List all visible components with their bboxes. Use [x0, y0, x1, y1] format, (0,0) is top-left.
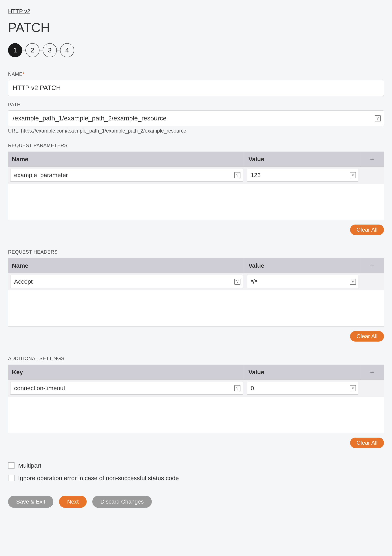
path-helper-text: URL: https://example.com/example_path_1/…	[8, 128, 384, 134]
step-2[interactable]: 2	[25, 43, 39, 57]
name-label: NAME*	[8, 71, 384, 77]
additional-settings-table: Key Value + V V	[8, 364, 384, 433]
request-headers-table: Name Value + V V	[8, 258, 384, 327]
path-helper-prefix: URL:	[8, 128, 21, 134]
step-connector	[57, 50, 60, 50]
discard-changes-button[interactable]: Discard Changes	[92, 496, 152, 508]
row-spacer	[360, 382, 384, 395]
add-setting-button[interactable]: +	[360, 365, 384, 380]
parameter-value-input[interactable]	[247, 169, 358, 182]
setting-key-input[interactable]	[10, 382, 243, 395]
breadcrumb-http-v2[interactable]: HTTP v2	[8, 8, 30, 14]
table-row: V V	[8, 167, 384, 184]
table-empty-area	[8, 290, 384, 326]
multipart-checkbox[interactable]	[8, 462, 15, 469]
variable-icon[interactable]: V	[350, 172, 356, 178]
add-header-button[interactable]: +	[360, 258, 384, 273]
step-3[interactable]: 3	[43, 43, 57, 57]
ignore-error-label: Ignore operation error in case of non-su…	[18, 475, 179, 482]
col-header-name: Name	[8, 152, 245, 167]
variable-icon[interactable]: V	[234, 385, 241, 391]
stepper: 1 2 3 4	[8, 43, 384, 57]
table-row: V V	[8, 273, 384, 290]
clear-all-parameters-button[interactable]: Clear All	[350, 224, 384, 235]
variable-icon[interactable]: V	[375, 116, 381, 122]
col-header-name: Name	[8, 258, 245, 273]
name-label-text: NAME	[8, 71, 22, 77]
ignore-error-checkbox[interactable]	[8, 475, 15, 481]
request-headers-label: REQUEST HEADERS	[8, 249, 384, 255]
header-name-input[interactable]	[10, 275, 243, 288]
variable-icon[interactable]: V	[234, 278, 241, 285]
step-connector	[39, 50, 43, 50]
multipart-label: Multipart	[18, 462, 41, 469]
path-helper-url: https://example.com/example_path_1/examp…	[21, 128, 186, 134]
required-marker: *	[22, 71, 24, 77]
clear-all-settings-button[interactable]: Clear All	[350, 438, 384, 448]
plus-icon: +	[370, 368, 374, 376]
additional-settings-label: ADDITIONAL SETTINGS	[8, 356, 384, 361]
request-parameters-table: Name Value + V V	[8, 152, 384, 220]
variable-icon[interactable]: V	[350, 385, 356, 391]
name-input[interactable]	[8, 80, 384, 96]
next-button[interactable]: Next	[59, 496, 87, 508]
plus-icon: +	[370, 155, 374, 163]
step-1[interactable]: 1	[8, 43, 22, 57]
parameter-name-input[interactable]	[10, 169, 243, 182]
table-empty-area	[8, 184, 384, 220]
step-4[interactable]: 4	[60, 43, 74, 57]
step-connector	[22, 50, 25, 50]
table-row: V V	[8, 380, 384, 397]
header-value-input[interactable]	[247, 275, 358, 288]
setting-value-input[interactable]	[247, 382, 358, 395]
col-header-value: Value	[245, 258, 360, 273]
add-parameter-button[interactable]: +	[360, 152, 384, 167]
col-header-value: Value	[245, 365, 360, 380]
path-input[interactable]	[8, 110, 384, 126]
col-header-value: Value	[245, 152, 360, 167]
row-spacer	[360, 169, 384, 182]
save-exit-button[interactable]: Save & Exit	[8, 496, 53, 508]
table-empty-area	[8, 397, 384, 433]
clear-all-headers-button[interactable]: Clear All	[350, 331, 384, 341]
request-parameters-label: REQUEST PARAMETERS	[8, 143, 384, 148]
plus-icon: +	[370, 262, 374, 270]
col-header-key: Key	[8, 365, 245, 380]
variable-icon[interactable]: V	[234, 172, 241, 178]
path-label: PATH	[8, 102, 384, 108]
variable-icon[interactable]: V	[350, 278, 356, 285]
row-spacer	[360, 275, 384, 288]
page-title: PATCH	[8, 20, 384, 35]
